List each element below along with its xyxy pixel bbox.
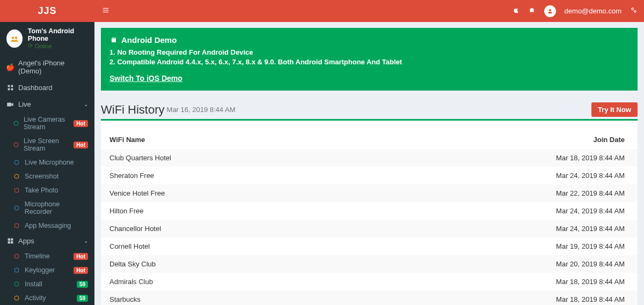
apple-icon: 🍎 [6,63,14,71]
sidebar-item-label: Live Microphone [25,159,74,166]
table-row: Club Quarters HotelMar 18, 2019 8:44 AM [101,149,638,167]
banner-line: 1. No Rooting Required For Android Devic… [109,48,629,57]
sidebar-item[interactable]: KeyloggerHot [6,263,94,277]
sidebar-item-dashboard[interactable]: Dashboard [0,79,94,96]
page-header: WiFi History Mar 16, 2019 8:44 AM Try It… [101,102,638,117]
android-icon [109,36,118,44]
badge: Hot [74,267,88,274]
svg-rect-12 [11,85,13,87]
sidebar-item[interactable]: App Messaging [6,219,94,233]
sidebar-item[interactable]: Live Microphone [6,155,94,169]
svg-rect-11 [8,85,10,87]
wifi-name-cell: Venice Hotel Free [101,184,352,202]
svg-point-7 [632,8,634,10]
top-header: JJS demo@demo.com [0,0,644,22]
join-date-cell: Mar 24, 2019 8:44 AM [352,220,638,237]
join-date-cell: Mar 18, 2019 8:44 AM [352,273,638,291]
circle-icon [13,294,20,302]
sidebar-item-label: Timeline [25,252,50,260]
table-row: Venice Hotel FreeMar 22, 2019 8:44 AM [101,184,638,202]
join-date-cell: Mar 18, 2019 8:44 AM [352,149,638,167]
bars-icon [102,6,109,14]
sidebar-item[interactable]: Take Photo [6,183,94,197]
svg-rect-26 [11,241,13,243]
apple-icon[interactable] [512,6,519,16]
col-join-date: Join Date [352,130,638,149]
table-row: Hilton FreeMar 24, 2019 8:44 AM [101,202,638,220]
svg-point-20 [14,188,19,192]
settings-icon[interactable] [630,6,638,16]
svg-point-9 [12,36,14,39]
sidebar-item[interactable]: Live Screen StreamHot [6,134,94,155]
sidebar-item[interactable]: Install59 [6,277,94,291]
sidebar-item-angel[interactable]: 🍎 Angel's iPhone (Demo) [0,55,94,79]
wifi-name-cell: Delta Sky Club [101,255,352,273]
sidebar-item-label: Dashboard [18,84,53,92]
header-right: demo@demo.com [512,5,644,17]
banner-line: 2. Compatible Android 4.4.x, 5.x, 6.x, 7… [109,57,629,67]
device-avatar [6,29,23,48]
svg-point-27 [14,254,19,258]
svg-rect-14 [11,88,13,91]
sidebar-item-label: Screenshot [25,173,58,180]
circle-icon [13,266,20,274]
circle-icon [13,204,20,212]
svg-point-19 [14,174,19,178]
banner-title: Android Demo [109,35,629,44]
svg-point-16 [14,121,18,125]
wifi-name-cell: Hilton Free [101,202,352,220]
join-date-cell: Mar 18, 2019 8:44 AM [352,291,638,305]
col-wifi-name: WiFi Name [101,130,352,149]
user-email[interactable]: demo@demo.com [565,7,621,15]
sidebar: Tom's Android Phone ⟳Online 🍎 Angel's iP… [0,22,94,305]
wifi-name-cell: Cornell Hotel [101,237,352,255]
android-icon[interactable] [528,6,536,16]
circle-icon [13,141,19,148]
badge: Hot [74,142,88,148]
sidebar-section-apps[interactable]: Apps ⌄ [0,233,94,249]
device-status: ⟳Online [28,42,88,49]
sidebar-item-label: Activity [25,294,46,302]
video-icon [6,101,14,108]
wifi-name-cell: Starbucks [101,291,352,305]
badge: 59 [77,281,88,288]
brand-logo[interactable]: JJS [0,0,94,22]
sidebar-item[interactable]: Activity59 [6,291,94,305]
svg-rect-15 [7,102,11,106]
sidebar-section-live[interactable]: Live ⌄ [0,96,94,113]
join-date-cell: Mar 20, 2019 8:44 AM [352,255,638,273]
svg-rect-32 [112,39,116,42]
table-row: Cornell HotelMar 19, 2019 8:44 AM [101,237,638,255]
device-panel: Tom's Android Phone ⟳Online [0,22,94,55]
sidebar-item[interactable]: Live Cameras StreamHot [6,113,94,134]
circle-icon [13,120,19,127]
sidebar-item-label: Live Screen Stream [24,137,69,152]
avatar[interactable] [544,5,556,17]
sidebar-item[interactable]: TimelineHot [6,249,94,263]
table-row: Sheraton FreeMar 24, 2019 8:44 AM [101,167,638,184]
svg-rect-3 [530,9,533,12]
sidebar-item-label: Keylogger [25,266,55,274]
join-date-cell: Mar 19, 2019 8:44 AM [352,237,638,255]
sidebar-item[interactable]: Screenshot [6,169,94,183]
page-timestamp: Mar 16, 2019 8:44 AM [167,106,236,114]
sidebar-item-label: Apps [18,237,34,245]
wifi-history-card: WiFi Name Join Date Club Quarters HotelM… [101,119,638,305]
main-content: Android Demo 1. No Rooting Required For … [94,22,644,305]
try-it-now-button[interactable]: Try It Now [591,102,638,117]
sidebar-item-label: Live Cameras Stream [24,116,69,131]
menu-toggle[interactable] [94,6,117,16]
circle-icon [13,187,20,194]
apps-icon [6,237,14,245]
wifi-table: WiFi Name Join Date Club Quarters HotelM… [101,130,638,305]
svg-point-29 [14,282,19,286]
switch-demo-link[interactable]: Switch To iOS Demo [109,74,182,83]
badge: Hot [74,120,88,127]
join-date-cell: Mar 24, 2019 8:44 AM [352,202,638,220]
svg-rect-13 [8,88,10,91]
chevron-down-icon: ⌄ [84,238,88,244]
sidebar-item-label: Install [25,280,42,288]
sidebar-item[interactable]: Microphone Recorder [6,197,94,219]
svg-point-8 [634,11,636,12]
svg-rect-24 [11,239,13,241]
